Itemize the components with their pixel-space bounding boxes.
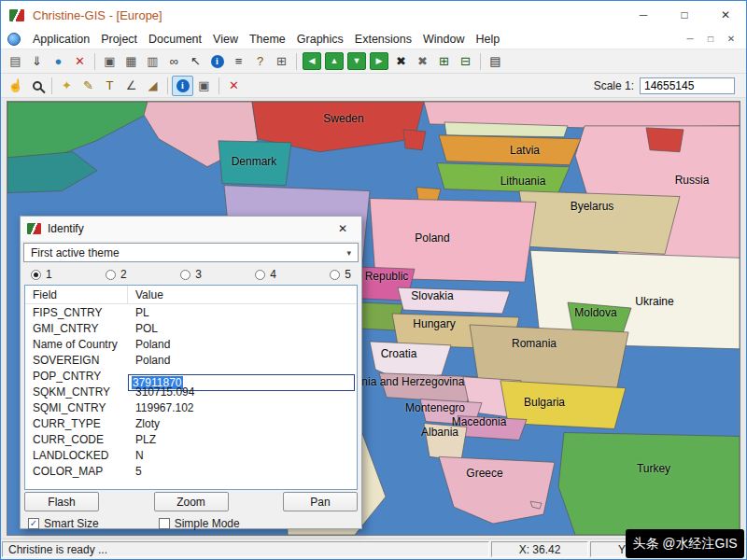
identify-result-radio-4[interactable]: 4 bbox=[255, 268, 276, 281]
identify-tool-icon[interactable]: i bbox=[172, 76, 193, 96]
mdi-restore-button[interactable]: □ bbox=[701, 31, 720, 47]
identify-row-landlocked[interactable]: LANDLOCKEDN bbox=[25, 447, 357, 463]
hotlink-icon-glyph: ✕ bbox=[229, 79, 239, 91]
menu-window[interactable]: Window bbox=[417, 31, 470, 48]
copy-icon[interactable]: ▣ bbox=[99, 51, 120, 72]
identify-row-gmi-cntry[interactable]: GMI_CNTRYPOL bbox=[25, 320, 357, 336]
field-cell: FIPS_CNTRY bbox=[25, 306, 128, 319]
pointer-icon[interactable]: ↖ bbox=[185, 51, 206, 72]
menu-document[interactable]: Document bbox=[143, 31, 207, 48]
identify-pan-button[interactable]: Pan bbox=[283, 492, 358, 511]
value-column-header[interactable]: Value bbox=[128, 288, 357, 301]
menu-project[interactable]: Project bbox=[95, 31, 143, 48]
app-logo-icon bbox=[9, 9, 24, 21]
identify-row-curr-type[interactable]: CURR_TYPEZloty bbox=[25, 415, 357, 431]
pan-hand-icon[interactable]: ☝ bbox=[5, 76, 26, 96]
identify-close-button[interactable]: ✕ bbox=[331, 218, 355, 239]
identify-radio-row: 12345 bbox=[21, 264, 361, 285]
close-button[interactable]: ✕ bbox=[705, 1, 746, 29]
query-builder-icon[interactable]: ? bbox=[249, 51, 271, 72]
maximize-button[interactable]: □ bbox=[664, 1, 705, 29]
map-label-montenegro: Montenegro bbox=[405, 401, 465, 414]
checkbox-label: Smart Size bbox=[44, 517, 99, 530]
identify-zoom-button[interactable]: Zoom bbox=[154, 492, 229, 511]
join-table-icon[interactable]: ⊞ bbox=[271, 51, 292, 72]
identify-row-pop-cntry[interactable]: POP_CNTRY37911870 bbox=[25, 368, 357, 384]
menu-application[interactable]: Application bbox=[27, 31, 95, 48]
table-icon[interactable]: ▦ bbox=[120, 51, 142, 72]
import-data-icon[interactable]: ⇓ bbox=[26, 51, 48, 72]
hotlink-icon[interactable]: ✕ bbox=[223, 76, 245, 96]
identify-row-curr-code[interactable]: CURR_CODEPLZ bbox=[25, 431, 357, 447]
label-pencil-icon[interactable]: ✎ bbox=[78, 76, 99, 96]
identify-row-color-map[interactable]: COLOR_MAP5 bbox=[25, 463, 357, 479]
field-column-header[interactable]: Field bbox=[25, 286, 128, 303]
identify-row-sqkm-cntry[interactable]: SQKM_CNTRY310715.094 bbox=[25, 384, 357, 399]
scale-label: Scale 1: bbox=[594, 79, 634, 92]
zoom-magnifier-icon[interactable] bbox=[26, 76, 48, 96]
identify-title-bar[interactable]: Identify ✕ bbox=[21, 217, 361, 241]
identify-result-radio-1[interactable]: 1 bbox=[31, 268, 52, 281]
checkbox-checked-icon: ✓ bbox=[28, 518, 39, 529]
menu-graphics[interactable]: Graphics bbox=[291, 31, 349, 48]
nav-right-icon[interactable]: ▶ bbox=[370, 52, 388, 70]
mdi-controls: ─□✕ bbox=[681, 31, 746, 47]
world-icon[interactable]: ● bbox=[48, 51, 69, 72]
theme-selector[interactable]: First active theme ▾ bbox=[23, 243, 359, 262]
map-label-denmark: Denmark bbox=[232, 155, 277, 168]
nav-up-icon[interactable]: ▲ bbox=[325, 52, 344, 70]
identify-result-radio-2[interactable]: 2 bbox=[106, 268, 127, 281]
field-cell: CURR_TYPE bbox=[25, 417, 128, 430]
menu-extensions[interactable]: Extensions bbox=[349, 31, 417, 48]
snapshot-icon[interactable]: ▣ bbox=[193, 76, 215, 96]
identify-row-sqmi-cntry[interactable]: SQMI_CNTRY119967.102 bbox=[25, 399, 357, 415]
scale-input[interactable] bbox=[640, 77, 735, 94]
profile-icon[interactable]: ◢ bbox=[142, 76, 163, 96]
identify-row-fips-cntry[interactable]: FIPS_CNTRYPL bbox=[25, 304, 357, 320]
identify-row-name-of-country[interactable]: Name of CountryPoland bbox=[25, 336, 357, 352]
print-icon[interactable]: ▤ bbox=[485, 51, 506, 72]
info-button-icon[interactable]: i bbox=[206, 51, 228, 72]
identify-flash-button[interactable]: Flash bbox=[24, 492, 99, 511]
title-bar: Christine-GIS - [Europe] ─ □ ✕ bbox=[1, 1, 746, 29]
identify-result-radio-3[interactable]: 3 bbox=[180, 268, 202, 281]
find-icon[interactable]: ∞ bbox=[163, 51, 185, 72]
mdi-minimize-button[interactable]: ─ bbox=[681, 31, 699, 47]
identify-result-radio-5[interactable]: 5 bbox=[330, 268, 351, 281]
menu-help[interactable]: Help bbox=[470, 31, 505, 48]
zoom-out-box-icon[interactable]: ⊟ bbox=[455, 51, 476, 72]
text-tool-icon[interactable]: T bbox=[99, 76, 120, 96]
layers-icon[interactable]: ≡ bbox=[228, 51, 249, 72]
zoom-previous-icon[interactable]: ✖ bbox=[412, 51, 433, 72]
field-cell: GMI_CNTRY bbox=[25, 322, 128, 335]
map-label-latvia: Latvia bbox=[510, 144, 540, 157]
field-cell: SQMI_CNTRY bbox=[25, 401, 128, 414]
identify-row-sovereign[interactable]: SOVEREIGNPoland bbox=[25, 352, 357, 368]
measure-angle-icon[interactable]: ∠ bbox=[120, 76, 142, 96]
window-controls: ─ □ ✕ bbox=[623, 1, 746, 29]
toolbar-separator bbox=[94, 53, 95, 70]
menu-theme[interactable]: Theme bbox=[244, 31, 291, 48]
identify-table[interactable]: Field Value FIPS_CNTRYPLGMI_CNTRYPOLName… bbox=[24, 285, 358, 490]
menu-view[interactable]: View bbox=[207, 31, 244, 48]
select-star-icon[interactable]: ✦ bbox=[56, 76, 78, 96]
print-icon-glyph: ▤ bbox=[489, 55, 500, 67]
mdi-close-button[interactable]: ✕ bbox=[722, 31, 740, 47]
join-table-icon-glyph: ⊞ bbox=[276, 55, 287, 67]
pointer-icon-glyph: ↖ bbox=[190, 55, 201, 67]
minimize-button[interactable]: ─ bbox=[623, 1, 664, 29]
zoom-in-box-icon[interactable]: ⊞ bbox=[433, 51, 455, 72]
chart-icon[interactable]: ▥ bbox=[142, 51, 163, 72]
nav-down-icon[interactable]: ▼ bbox=[347, 52, 366, 70]
menu-bar: ApplicationProjectDocumentViewThemeGraph… bbox=[1, 29, 746, 49]
toolbar-separator bbox=[51, 77, 52, 94]
toolbar-main: ▤⇓●✕▣▦▥∞↖i≡?⊞◀▲▼▶✖✖⊞⊟▤ bbox=[1, 49, 746, 74]
delete-icon[interactable]: ✕ bbox=[69, 51, 91, 72]
map-label-turkey: Turkey bbox=[637, 462, 670, 475]
value-cell: Poland bbox=[128, 354, 357, 367]
option-simple-mode[interactable]: Simple Mode bbox=[159, 517, 240, 530]
zoom-extent-icon[interactable]: ✖ bbox=[390, 51, 412, 72]
option-smart-size[interactable]: ✓Smart Size bbox=[28, 517, 99, 530]
new-document-icon[interactable]: ▤ bbox=[5, 51, 26, 72]
nav-left-icon[interactable]: ◀ bbox=[303, 52, 321, 70]
